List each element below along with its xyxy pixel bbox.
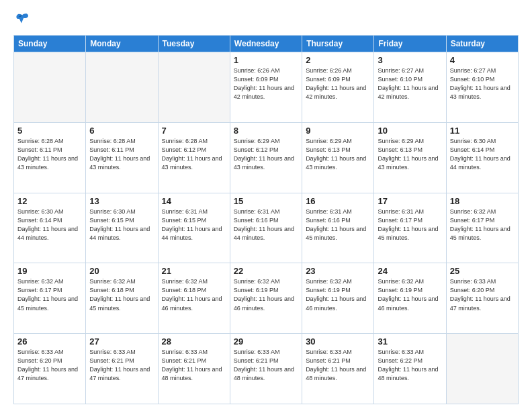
day-cell-3: 3Sunrise: 6:27 AM Sunset: 6:10 PM Daylig… bbox=[374, 52, 446, 123]
day-cell-1: 1Sunrise: 6:26 AM Sunset: 6:09 PM Daylig… bbox=[230, 52, 302, 123]
day-number: 10 bbox=[378, 126, 442, 136]
day-info: Sunrise: 6:30 AM Sunset: 6:14 PM Dayligh… bbox=[17, 208, 82, 242]
day-info: Sunrise: 6:32 AM Sunset: 6:19 PM Dayligh… bbox=[378, 277, 442, 312]
day-info: Sunrise: 6:33 AM Sunset: 6:21 PM Dayligh… bbox=[234, 348, 298, 383]
weekday-header-thursday: Thursday bbox=[302, 36, 374, 52]
day-cell-21: 21Sunrise: 6:32 AM Sunset: 6:18 PM Dayli… bbox=[158, 263, 230, 334]
weekday-header-friday: Friday bbox=[374, 36, 446, 52]
weekday-header-saturday: Saturday bbox=[446, 36, 518, 52]
day-number: 3 bbox=[378, 55, 442, 65]
day-number: 30 bbox=[306, 336, 370, 347]
day-info: Sunrise: 6:33 AM Sunset: 6:22 PM Dayligh… bbox=[378, 348, 442, 383]
day-info: Sunrise: 6:28 AM Sunset: 6:11 PM Dayligh… bbox=[89, 137, 154, 172]
day-number: 18 bbox=[450, 196, 515, 206]
week-row-1: 1Sunrise: 6:26 AM Sunset: 6:09 PM Daylig… bbox=[14, 52, 519, 123]
day-info: Sunrise: 6:29 AM Sunset: 6:13 PM Dayligh… bbox=[306, 137, 370, 172]
day-cell-18: 18Sunrise: 6:32 AM Sunset: 6:17 PM Dayli… bbox=[446, 193, 518, 263]
day-number: 13 bbox=[89, 196, 154, 206]
page: SundayMondayTuesdayWednesdayThursdayFrid… bbox=[0, 0, 532, 411]
day-cell-14: 14Sunrise: 6:31 AM Sunset: 6:15 PM Dayli… bbox=[158, 193, 230, 263]
calendar-table: SundayMondayTuesdayWednesdayThursdayFrid… bbox=[13, 35, 519, 404]
day-info: Sunrise: 6:32 AM Sunset: 6:17 PM Dayligh… bbox=[450, 208, 515, 242]
day-number: 25 bbox=[450, 266, 515, 276]
day-cell-5: 5Sunrise: 6:28 AM Sunset: 6:11 PM Daylig… bbox=[14, 122, 86, 193]
day-info: Sunrise: 6:28 AM Sunset: 6:12 PM Dayligh… bbox=[162, 137, 226, 172]
day-info: Sunrise: 6:31 AM Sunset: 6:17 PM Dayligh… bbox=[378, 208, 442, 242]
week-row-4: 19Sunrise: 6:32 AM Sunset: 6:17 PM Dayli… bbox=[14, 263, 519, 334]
day-info: Sunrise: 6:27 AM Sunset: 6:10 PM Dayligh… bbox=[378, 66, 442, 101]
day-number: 8 bbox=[234, 126, 298, 136]
day-info: Sunrise: 6:30 AM Sunset: 6:15 PM Dayligh… bbox=[89, 208, 154, 242]
day-cell-25: 25Sunrise: 6:33 AM Sunset: 6:20 PM Dayli… bbox=[446, 263, 518, 334]
day-number: 17 bbox=[378, 196, 442, 206]
day-info: Sunrise: 6:28 AM Sunset: 6:11 PM Dayligh… bbox=[17, 137, 82, 172]
day-info: Sunrise: 6:31 AM Sunset: 6:16 PM Dayligh… bbox=[306, 208, 370, 242]
day-info: Sunrise: 6:32 AM Sunset: 6:18 PM Dayligh… bbox=[162, 277, 226, 312]
day-info: Sunrise: 6:33 AM Sunset: 6:20 PM Dayligh… bbox=[450, 277, 515, 312]
weekday-header-wednesday: Wednesday bbox=[230, 36, 302, 52]
day-cell-27: 27Sunrise: 6:33 AM Sunset: 6:21 PM Dayli… bbox=[86, 334, 158, 404]
day-info: Sunrise: 6:31 AM Sunset: 6:16 PM Dayligh… bbox=[234, 208, 298, 242]
day-cell-24: 24Sunrise: 6:32 AM Sunset: 6:19 PM Dayli… bbox=[374, 263, 446, 334]
day-cell-26: 26Sunrise: 6:33 AM Sunset: 6:20 PM Dayli… bbox=[14, 334, 86, 404]
day-number: 26 bbox=[17, 336, 82, 347]
day-number: 15 bbox=[234, 196, 298, 206]
day-number: 28 bbox=[162, 336, 226, 347]
week-row-3: 12Sunrise: 6:30 AM Sunset: 6:14 PM Dayli… bbox=[14, 193, 519, 263]
weekday-header-tuesday: Tuesday bbox=[158, 36, 230, 52]
day-cell-10: 10Sunrise: 6:29 AM Sunset: 6:13 PM Dayli… bbox=[374, 122, 446, 193]
day-cell-7: 7Sunrise: 6:28 AM Sunset: 6:12 PM Daylig… bbox=[158, 122, 230, 193]
day-info: Sunrise: 6:32 AM Sunset: 6:19 PM Dayligh… bbox=[306, 277, 370, 312]
day-cell-23: 23Sunrise: 6:32 AM Sunset: 6:19 PM Dayli… bbox=[302, 263, 374, 334]
day-cell-31: 31Sunrise: 6:33 AM Sunset: 6:22 PM Dayli… bbox=[374, 334, 446, 404]
day-cell-17: 17Sunrise: 6:31 AM Sunset: 6:17 PM Dayli… bbox=[374, 193, 446, 263]
day-info: Sunrise: 6:31 AM Sunset: 6:15 PM Dayligh… bbox=[162, 208, 226, 242]
day-number: 21 bbox=[162, 266, 226, 276]
day-cell-13: 13Sunrise: 6:30 AM Sunset: 6:15 PM Dayli… bbox=[86, 193, 158, 263]
day-info: Sunrise: 6:33 AM Sunset: 6:20 PM Dayligh… bbox=[17, 348, 82, 383]
day-cell-30: 30Sunrise: 6:33 AM Sunset: 6:21 PM Dayli… bbox=[302, 334, 374, 404]
weekday-header-monday: Monday bbox=[86, 36, 158, 52]
day-cell-28: 28Sunrise: 6:33 AM Sunset: 6:21 PM Dayli… bbox=[158, 334, 230, 404]
weekday-header-sunday: Sunday bbox=[14, 36, 86, 52]
day-number: 1 bbox=[234, 55, 298, 65]
day-info: Sunrise: 6:26 AM Sunset: 6:09 PM Dayligh… bbox=[306, 66, 370, 101]
day-info: Sunrise: 6:32 AM Sunset: 6:19 PM Dayligh… bbox=[234, 277, 298, 312]
day-number: 22 bbox=[234, 266, 298, 276]
day-number: 24 bbox=[378, 266, 442, 276]
day-cell-2: 2Sunrise: 6:26 AM Sunset: 6:09 PM Daylig… bbox=[302, 52, 374, 123]
day-info: Sunrise: 6:32 AM Sunset: 6:17 PM Dayligh… bbox=[17, 277, 82, 312]
day-info: Sunrise: 6:29 AM Sunset: 6:13 PM Dayligh… bbox=[378, 137, 442, 172]
day-cell-15: 15Sunrise: 6:31 AM Sunset: 6:16 PM Dayli… bbox=[230, 193, 302, 263]
weekday-header-row: SundayMondayTuesdayWednesdayThursdayFrid… bbox=[14, 36, 519, 52]
day-info: Sunrise: 6:29 AM Sunset: 6:12 PM Dayligh… bbox=[234, 137, 298, 172]
day-number: 9 bbox=[306, 126, 370, 136]
day-cell-20: 20Sunrise: 6:32 AM Sunset: 6:18 PM Dayli… bbox=[86, 263, 158, 334]
empty-cell bbox=[446, 334, 518, 404]
day-number: 2 bbox=[306, 55, 370, 65]
day-cell-29: 29Sunrise: 6:33 AM Sunset: 6:21 PM Dayli… bbox=[230, 334, 302, 404]
day-number: 7 bbox=[162, 126, 226, 136]
empty-cell bbox=[86, 52, 158, 123]
day-cell-22: 22Sunrise: 6:32 AM Sunset: 6:19 PM Dayli… bbox=[230, 263, 302, 334]
day-number: 20 bbox=[89, 266, 154, 276]
day-number: 19 bbox=[17, 266, 82, 276]
day-info: Sunrise: 6:27 AM Sunset: 6:10 PM Dayligh… bbox=[450, 66, 515, 101]
empty-cell bbox=[158, 52, 230, 123]
day-cell-9: 9Sunrise: 6:29 AM Sunset: 6:13 PM Daylig… bbox=[302, 122, 374, 193]
day-cell-6: 6Sunrise: 6:28 AM Sunset: 6:11 PM Daylig… bbox=[86, 122, 158, 193]
day-number: 29 bbox=[234, 336, 298, 347]
week-row-2: 5Sunrise: 6:28 AM Sunset: 6:11 PM Daylig… bbox=[14, 122, 519, 193]
day-cell-4: 4Sunrise: 6:27 AM Sunset: 6:10 PM Daylig… bbox=[446, 52, 518, 123]
day-info: Sunrise: 6:33 AM Sunset: 6:21 PM Dayligh… bbox=[306, 348, 370, 383]
day-info: Sunrise: 6:33 AM Sunset: 6:21 PM Dayligh… bbox=[162, 348, 226, 383]
day-number: 4 bbox=[450, 55, 515, 65]
day-cell-8: 8Sunrise: 6:29 AM Sunset: 6:12 PM Daylig… bbox=[230, 122, 302, 193]
day-number: 5 bbox=[17, 126, 82, 136]
day-info: Sunrise: 6:32 AM Sunset: 6:18 PM Dayligh… bbox=[89, 277, 154, 312]
day-cell-16: 16Sunrise: 6:31 AM Sunset: 6:16 PM Dayli… bbox=[302, 193, 374, 263]
logo bbox=[13, 12, 32, 30]
week-row-5: 26Sunrise: 6:33 AM Sunset: 6:20 PM Dayli… bbox=[14, 334, 519, 404]
day-number: 27 bbox=[89, 336, 154, 347]
header bbox=[13, 12, 519, 30]
